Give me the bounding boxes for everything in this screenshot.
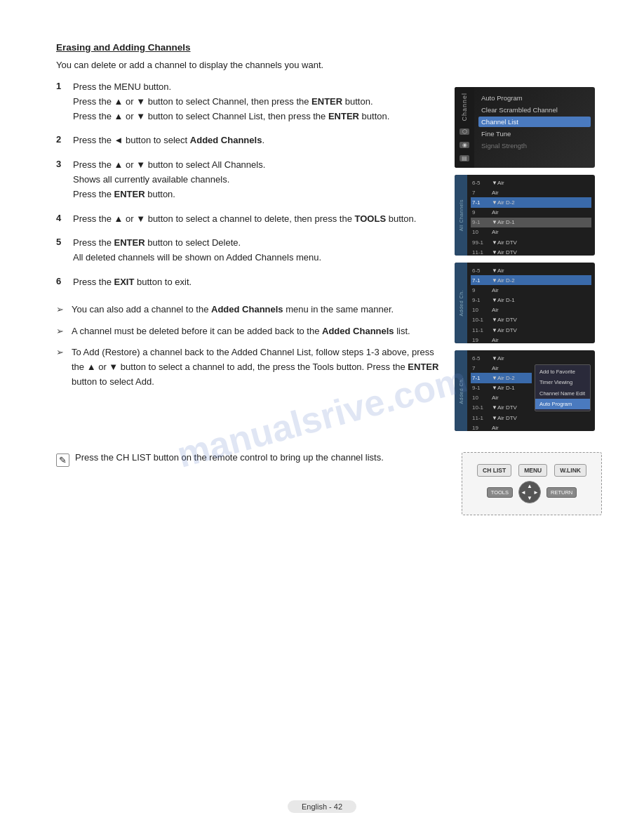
ch-list-btn: CH LIST (477, 464, 511, 477)
ch-row: 7Air (471, 363, 532, 373)
ch-row: 9-1▼Air D-1 (471, 383, 532, 393)
menu-clear-scrambled: Clear Scrambled Channel (478, 105, 591, 115)
ch-row: 10-1▼Air DTV (471, 315, 591, 325)
tools-timer-viewing: Timer Viewing (535, 377, 590, 388)
channel-menu-list: Auto Program Clear Scrambled Channel Cha… (474, 87, 595, 168)
ch-row: 11-1▼Air DTV (471, 325, 591, 335)
ch-row: 10Air (471, 227, 591, 237)
ch-row: 6-5▼Air (471, 265, 591, 275)
note-arrow-3: ➢ (56, 345, 67, 389)
ch-row: 6-5▼Air (471, 178, 591, 187)
remote-bottom-area: TOOLS ▲ ▼ ◄ ► RETURN (487, 481, 577, 503)
step-content-4: Press the ▲ or ▼ button to select a chan… (73, 212, 416, 227)
ch-row-selected: 7-1▼Air D-2 (471, 275, 591, 285)
menu-signal-strength: Signal Strength (478, 140, 591, 151)
ch-row: 19Air (471, 423, 532, 431)
screen-3-wrapper: Added Ch. 6-5▼Air 7-1▼Air D-2 9Air 9-1▼A… (455, 263, 602, 343)
ch-list-sidebar-3: Added Ch. (455, 263, 467, 343)
ch-list-sidebar-2: All Channels (455, 175, 467, 256)
screen-4: Added Ch. 6-5▼Air 7Air 7-1▼Air D-2 9-1▼A… (455, 350, 595, 431)
note-arrow-1: ➢ (56, 303, 67, 317)
ch-list-sidebar-4: Added Ch. (455, 350, 467, 431)
step-4: 4 Press the ▲ or ▼ button to select a ch… (56, 212, 441, 227)
ch-row-selected: 7-1▼Air D-2 (471, 373, 532, 383)
ch-list-sidebar-text-3: Added Ch. (459, 290, 464, 317)
step-content-2: Press the ◄ button to select Added Chann… (73, 133, 264, 148)
ch-row: 10Air (471, 305, 591, 315)
ch-row-highlighted: 9-1▼Air D-1 (471, 218, 591, 227)
wlink-btn: W.LINK (554, 464, 586, 477)
menu-auto-program: Auto Program (478, 93, 591, 103)
bottom-note-row: ✎ Press the CH LIST button on the remote… (56, 452, 602, 515)
step-number-3: 3 (56, 158, 67, 201)
step-number-6: 6 (56, 275, 67, 290)
step-2: 2 Press the ◄ button to select Added Cha… (56, 133, 441, 148)
ch-row: 9Air (471, 285, 591, 295)
intro-text: You can delete or add a channel to displ… (56, 60, 602, 70)
step-number-5: 5 (56, 236, 67, 265)
screen-2: All Channels 6-5▼Air 7Air 7-1▼Air D-2 9A… (455, 175, 595, 256)
step-content-5: Press the ENTER button to select Delete.… (73, 236, 321, 265)
screenshots-column: Channel ⬡ ◉ ▤ ◈ Auto Program Clear Scram… (455, 80, 602, 431)
remote-illustration: CH LIST MENU W.LINK TOOLS ▲ ▼ ◄ ► RETURN (462, 452, 602, 515)
ch-row: 19Air (471, 335, 591, 343)
ch-row: 11-1▼Air DTV (471, 413, 532, 423)
page-number: English - 42 (288, 800, 356, 813)
channel-icon-3: ▤ (459, 155, 469, 161)
ch-list-content-2: 6-5▼Air 7Air 7-1▼Air D-2 9Air 9-1▼Air D-… (467, 175, 595, 256)
ch-row: 11-1▼Air DTV (471, 247, 591, 256)
return-btn-remote: RETURN (546, 487, 577, 498)
step-6: 6 Press the EXIT button to exit. (56, 275, 441, 290)
channel-icon-2: ◉ (459, 142, 469, 148)
tools-channel-name: Channel Name Edit (535, 388, 590, 399)
remote-top-buttons: CH LIST MENU W.LINK (477, 464, 586, 477)
note-1: ➢ You can also add a channel to the Adde… (56, 303, 441, 317)
screen-1: Channel ⬡ ◉ ▤ ◈ Auto Program Clear Scram… (455, 87, 595, 168)
menu-btn: MENU (518, 464, 547, 477)
note-3: ➢ To Add (Restore) a channel back to the… (56, 345, 441, 389)
ch-row: 10Air (471, 393, 532, 403)
channel-sidebar-label: Channel (461, 93, 468, 121)
menu-channel-list: Channel List (478, 117, 591, 127)
tools-auto-program: Auto Program (535, 399, 590, 409)
ch-list-sidebar-text-4: Added Ch. (459, 378, 464, 404)
note-icon: ✎ (56, 454, 69, 467)
note-2: ➢ A channel must be deleted before it ca… (56, 324, 441, 339)
tools-add-favorite: Add to Favorite (535, 366, 590, 377)
ch-row: 6-5▼Air (471, 353, 532, 363)
note-text-3: To Add (Restore) a channel back to the A… (72, 345, 441, 389)
notes-section: ➢ You can also add a channel to the Adde… (56, 303, 441, 390)
note-text-2: A channel must be deleted before it can … (72, 324, 410, 339)
page-footer: English - 42 (0, 800, 644, 813)
ch-list-sidebar-text-2: All Channels (459, 199, 464, 231)
section-title: Erasing and Adding Channels (56, 42, 602, 53)
ch-row: 9-1▼Air D-1 (471, 296, 591, 305)
step-number-4: 4 (56, 212, 67, 227)
ch-row: 10-1▼Air DTV (471, 403, 532, 413)
step-number-2: 2 (56, 133, 67, 148)
channel-sidebar: Channel ⬡ ◉ ▤ ◈ (455, 87, 474, 168)
step-1: 1 Press the MENU button. Press the ▲ or … (56, 80, 441, 124)
screen-3: Added Ch. 6-5▼Air 7-1▼Air D-2 9Air 9-1▼A… (455, 263, 595, 343)
tools-btn-remote: TOOLS (487, 487, 513, 498)
ch-row-selected: 7-1▼Air D-2 (471, 197, 591, 207)
d-pad: ▲ ▼ ◄ ► (518, 481, 541, 503)
bottom-note-text: Press the CH LIST button on the remote c… (75, 452, 384, 463)
step-content-1: Press the MENU button. Press the ▲ or ▼ … (73, 80, 389, 124)
tools-popup: Add to Favorite Timer Viewing Channel Na… (535, 364, 591, 411)
step-content-6: Press the EXIT button to exit. (73, 275, 192, 290)
screen-2-wrapper: All Channels 6-5▼Air 7Air 7-1▼Air D-2 9A… (455, 175, 602, 256)
ch-list-content-3: 6-5▼Air 7-1▼Air D-2 9Air 9-1▼Air D-1 10A… (467, 263, 595, 343)
note-text-1: You can also add a channel to the Added … (72, 303, 394, 317)
note-arrow-2: ➢ (56, 324, 67, 339)
ch-row: 9Air (471, 208, 591, 218)
screen-1-wrapper: Channel ⬡ ◉ ▤ ◈ Auto Program Clear Scram… (455, 87, 602, 168)
step-content-3: Press the ▲ or ▼ button to select All Ch… (73, 158, 265, 201)
ch-row: 99-1▼Air DTV (471, 237, 591, 247)
step-5: 5 Press the ENTER button to select Delet… (56, 236, 441, 265)
channel-icon-1: ⬡ (459, 128, 469, 135)
menu-fine-tune: Fine Tune (478, 128, 591, 139)
step-number-1: 1 (56, 80, 67, 124)
ch-row: 7Air (471, 187, 591, 197)
screen-4-wrapper: Added Ch. 6-5▼Air 7Air 7-1▼Air D-2 9-1▼A… (455, 350, 602, 431)
